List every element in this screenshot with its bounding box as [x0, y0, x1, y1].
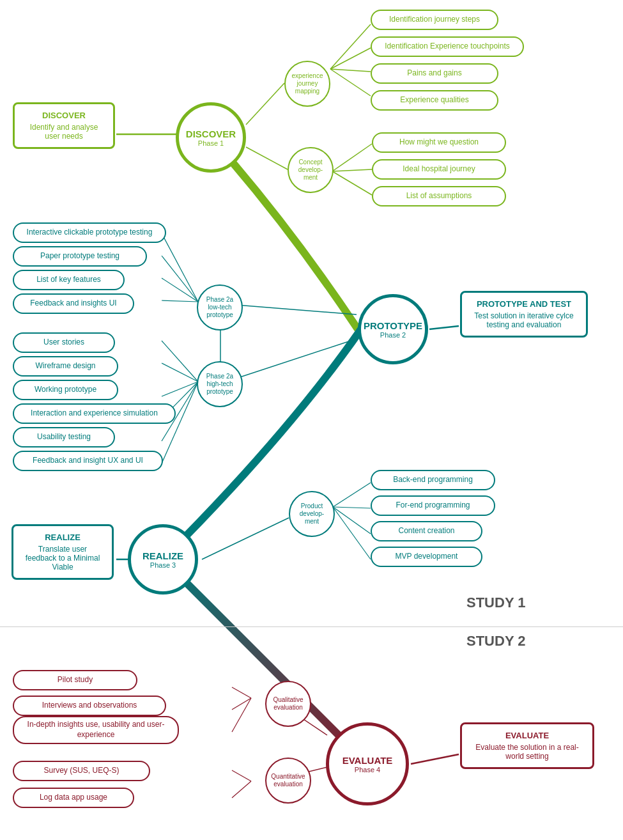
qual-eval-sublabel: Qualitative evaluation: [265, 681, 311, 727]
phase2a-hightech-sublabel: Phase 2a high-tech prototype: [197, 361, 243, 407]
exp-journey-sublabel: experience journey mapping: [284, 61, 330, 107]
leaf-interviews: Interviews and observations: [13, 696, 166, 716]
realize-label-title: REALIZE: [22, 533, 103, 542]
leaf-paper-prototype: Paper prototype testing: [13, 246, 147, 267]
evaluate-circle: EVALUATE Phase 4: [326, 722, 409, 805]
leaf-user-stories: User stories: [13, 332, 115, 353]
svg-line-23: [429, 326, 459, 329]
svg-line-32: [232, 687, 251, 698]
evaluate-label-body: Evaluate the solution in a real-world se…: [471, 743, 583, 761]
prototype-circle-title: PROTOTYPE: [364, 320, 422, 331]
phase2a-hightech-text: Phase 2a high-tech prototype: [202, 373, 238, 396]
leaf-survey: Survey (SUS, UEQ-S): [13, 761, 150, 781]
svg-line-37: [232, 781, 251, 798]
leaf-experience-qualities: Experience qualities: [371, 90, 498, 111]
realize-label-body: Translate user feedback to a Minimal Via…: [22, 545, 103, 572]
leaf-backend: Back-end programming: [371, 470, 495, 490]
svg-line-7: [332, 144, 372, 171]
svg-line-4: [330, 69, 371, 72]
svg-line-26: [333, 483, 371, 507]
evaluate-circle-subtitle: Phase 4: [355, 766, 380, 774]
leaf-pilot-study: Pilot study: [13, 670, 137, 690]
leaf-wireframe: Wireframe design: [13, 356, 118, 377]
svg-line-19: [162, 382, 198, 396]
prototype-label-title: PROTOTYPE AND TEST: [471, 299, 577, 309]
quant-eval-text: Quantitative evaluation: [270, 773, 306, 788]
svg-line-30: [411, 754, 459, 764]
svg-line-2: [330, 24, 371, 69]
svg-line-33: [232, 698, 251, 710]
svg-line-36: [232, 770, 251, 781]
svg-line-9: [332, 171, 372, 195]
study-divider: [0, 626, 623, 627]
evaluate-label-title: EVALUATE: [471, 731, 583, 740]
svg-line-18: [162, 363, 198, 382]
svg-line-17: [162, 341, 198, 382]
study2-label: STUDY 2: [466, 633, 526, 649]
leaf-usability: Usability testing: [13, 427, 115, 447]
svg-line-15: [162, 278, 198, 302]
concept-dev-sublabel: Concept develop- ment: [288, 147, 334, 193]
svg-line-5: [330, 69, 371, 96]
svg-line-1: [246, 83, 284, 125]
phase2a-lowtech-sublabel: Phase 2a low-tech prototype: [197, 284, 243, 331]
prototype-label-box: PROTOTYPE AND TEST Test solution in iter…: [460, 291, 588, 338]
diagram-container: DISCOVER Identify and analyse user needs…: [0, 0, 623, 840]
discover-circle-subtitle: Phase 1: [198, 139, 224, 147]
svg-line-3: [330, 48, 371, 69]
leaf-ideal-hospital: Ideal hospital journey: [372, 159, 506, 180]
realize-circle-subtitle: Phase 3: [150, 561, 176, 569]
leaf-pains-gains: Pains and gains: [371, 63, 498, 84]
leaf-interaction-exp: Interaction and experience simulation: [13, 403, 176, 424]
leaf-feedback-ux-ui: Feedback and insight UX and UI: [13, 451, 163, 471]
qual-eval-text: Qualitative evaluation: [270, 696, 306, 712]
evaluate-label-box: EVALUATE Evaluate the solution in a real…: [460, 722, 594, 769]
realize-circle: REALIZE Phase 3: [128, 524, 198, 595]
leaf-content-creation: Content creation: [371, 521, 482, 541]
leaf-log-data: Log data app usage: [13, 788, 134, 808]
exp-journey-sublabel-text: experience journey mapping: [289, 72, 325, 95]
quant-eval-sublabel: Quantitative evaluation: [265, 758, 311, 804]
leaf-how-might: How might we question: [372, 132, 506, 153]
svg-line-6: [246, 147, 288, 169]
discover-label-box: DISCOVER Identify and analyse user needs: [13, 102, 115, 149]
evaluate-circle-title: EVALUATE: [342, 755, 393, 766]
discover-circle-title: DISCOVER: [186, 128, 236, 139]
svg-line-16: [162, 300, 198, 302]
leaf-working-prototype: Working prototype: [13, 380, 118, 400]
realize-circle-title: REALIZE: [142, 550, 183, 561]
prototype-circle-subtitle: Phase 2: [380, 331, 406, 339]
leaf-assumptions: List of assumptions: [372, 186, 506, 206]
study1-label: STUDY 1: [466, 595, 526, 611]
svg-line-8: [332, 169, 372, 171]
prototype-label-body: Test solution in iterative cylce testing…: [471, 311, 577, 329]
leaf-feedback-insights-ui: Feedback and insights UI: [13, 293, 134, 314]
leaf-frontend: For-end programming: [371, 495, 495, 516]
svg-line-34: [232, 698, 251, 732]
concept-dev-sublabel-text: Concept develop- ment: [293, 159, 328, 182]
discover-circle: DISCOVER Phase 1: [176, 102, 246, 173]
svg-line-25: [202, 518, 289, 559]
svg-line-29: [333, 507, 371, 559]
leaf-interactive-prototype: Interactive clickable prototype testing: [13, 222, 166, 243]
discover-label-title: DISCOVER: [24, 111, 104, 120]
product-dev-text: Product develop- ment: [294, 502, 330, 525]
svg-line-13: [162, 233, 198, 302]
svg-line-27: [333, 507, 371, 508]
leaf-identification-journey: Identification journey steps: [371, 10, 498, 30]
product-dev-sublabel: Product develop- ment: [289, 491, 335, 537]
leaf-mvp-dev: MVP development: [371, 547, 482, 567]
discover-label-body: Identify and analyse user needs: [24, 123, 104, 141]
realize-label-box: REALIZE Translate user feedback to a Min…: [12, 524, 114, 580]
leaf-identification-experience: Identification Experience touchpoints: [371, 36, 524, 57]
leaf-key-features: List of key features: [13, 270, 125, 290]
prototype-circle: PROTOTYPE Phase 2: [358, 294, 428, 364]
leaf-indepth-insights: In-depth insights use, usability and use…: [13, 716, 179, 744]
svg-line-28: [333, 507, 371, 534]
phase2a-lowtech-text: Phase 2a low-tech prototype: [202, 296, 238, 319]
svg-line-14: [162, 256, 198, 302]
